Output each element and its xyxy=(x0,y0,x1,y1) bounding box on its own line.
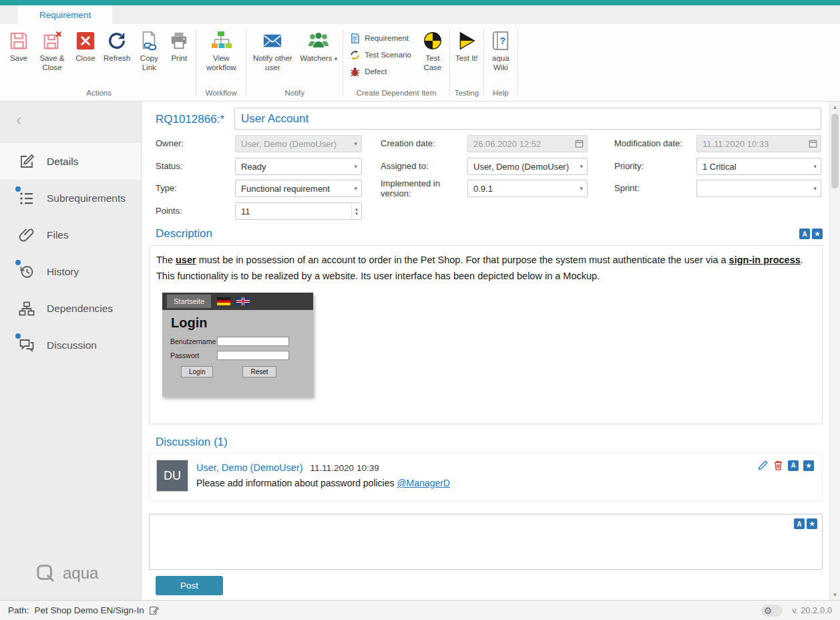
refresh-button[interactable]: Refresh xyxy=(100,25,134,65)
scroll-up-icon[interactable]: ▲ xyxy=(830,102,840,112)
delete-comment-icon[interactable] xyxy=(773,460,783,471)
ribbon-group-workflow: View workflow Workflow xyxy=(198,25,244,101)
test-scenario-icon xyxy=(349,49,360,60)
hierarchy-icon xyxy=(18,300,35,317)
uk-flag-icon xyxy=(236,297,250,305)
implemented-in-version-label: Implemented in version: xyxy=(381,179,461,199)
edit-icon xyxy=(18,153,35,170)
save-button[interactable]: Save xyxy=(4,25,33,65)
print-icon xyxy=(168,30,190,51)
comment-format-icons: A ★ xyxy=(794,518,817,529)
svg-text:?: ? xyxy=(499,35,505,46)
status-label: Status: xyxy=(156,162,182,172)
points-stepper[interactable]: 11 ▴▾ xyxy=(235,202,362,220)
scrollbar-thumb[interactable] xyxy=(831,114,839,188)
create-requirement-button[interactable]: Requirement xyxy=(349,32,411,44)
path-value: Pet Shop Demo EN/Sign-In xyxy=(35,605,144,615)
view-workflow-button[interactable]: View workflow xyxy=(198,25,244,73)
font-style-icon[interactable]: A xyxy=(788,460,799,471)
points-label: Points: xyxy=(156,206,182,216)
description-body[interactable]: The user must be in possession of an acc… xyxy=(149,245,823,424)
login-mockup-image: Startseite Login Benutzername Passwort xyxy=(162,293,313,397)
star-icon[interactable]: ★ xyxy=(807,518,817,529)
type-select[interactable]: Functional requirement ▾ xyxy=(235,180,362,197)
comment-author-row: User, Demo (DemoUser) 11.11.2020 10:39 xyxy=(196,462,379,473)
test-it-button[interactable]: Test It! xyxy=(452,25,481,65)
sidebar-item-details[interactable]: Details xyxy=(0,143,141,180)
group-label-testing: Testing xyxy=(452,86,481,101)
test-it-icon xyxy=(456,30,477,51)
owner-select[interactable]: User, Demo (DemoUser) ▾ xyxy=(235,135,362,152)
aqua-logo-icon xyxy=(36,564,56,583)
save-close-button[interactable]: Save & Close xyxy=(33,25,71,73)
collapse-sidebar-icon[interactable]: ‹ xyxy=(16,111,22,128)
ribbon-separator xyxy=(517,29,518,96)
group-label-create-dependent-item: Create Dependent Item xyxy=(345,86,447,101)
sidebar-item-subrequirements[interactable]: Subrequirements xyxy=(0,180,141,216)
chevron-down-icon: ▾ xyxy=(580,163,583,170)
post-button[interactable]: Post xyxy=(156,576,223,595)
chevron-down-icon: ▾ xyxy=(354,185,357,192)
group-label-help: Help xyxy=(486,86,515,101)
creation-date-field[interactable]: 26.06.2020 12:52 xyxy=(467,135,588,152)
close-button[interactable]: Close xyxy=(71,25,100,65)
sidebar-item-history[interactable]: History xyxy=(0,253,141,290)
sidebar-nav: Details Subrequirements Files xyxy=(0,143,141,363)
comment-author-link[interactable]: User, Demo (DemoUser) xyxy=(196,462,303,473)
notification-dot xyxy=(15,186,21,192)
path-label: Path: xyxy=(8,605,29,615)
comment-timestamp: 11.11.2020 10:39 xyxy=(310,463,379,473)
aqua-wiki-button[interactable]: ? aqua Wiki xyxy=(486,25,515,73)
paperclip-icon xyxy=(18,226,35,244)
star-icon[interactable]: ★ xyxy=(803,460,814,471)
star-icon[interactable]: ★ xyxy=(812,228,823,239)
mention-link[interactable]: @ManagerD xyxy=(397,478,450,488)
create-defect-button[interactable]: Defect xyxy=(349,65,411,78)
chevron-down-icon: ▾ xyxy=(813,163,817,170)
watchers-icon xyxy=(308,30,329,51)
chevron-down-icon: ▾ xyxy=(580,185,583,192)
sprint-select[interactable]: ▾ xyxy=(696,180,821,197)
font-style-icon[interactable]: A xyxy=(794,518,805,529)
spinner-icons[interactable]: ▴▾ xyxy=(351,203,361,219)
priority-select[interactable]: 1 Critical ▾ xyxy=(696,158,821,175)
edit-comment-icon[interactable] xyxy=(757,460,769,471)
requirement-icon xyxy=(349,33,360,43)
ribbon-group-help: ? aqua Wiki Help xyxy=(486,25,515,101)
view-workflow-icon xyxy=(210,30,232,51)
notification-dot xyxy=(15,333,21,339)
title-input[interactable] xyxy=(234,108,821,130)
settings-toggle[interactable]: ⚙ xyxy=(761,605,783,617)
ribbon-separator xyxy=(246,29,246,96)
assigned-to-label: Assigned to: xyxy=(381,162,429,172)
scroll-down-icon[interactable]: ▼ xyxy=(830,589,840,600)
new-comment-box: A ★ xyxy=(149,514,823,570)
ribbon-group-testing: Test It! Testing xyxy=(452,25,481,101)
requirement-id-label: RQ1012866:* xyxy=(156,113,224,126)
status-select[interactable]: Ready ▾ xyxy=(235,158,362,175)
status-bar: Path: Pet Shop Demo EN/Sign-In ⚙ v. 20.2… xyxy=(0,600,840,620)
watchers-button[interactable]: Watchers ▾ xyxy=(296,25,341,65)
gear-icon: ⚙ xyxy=(764,606,773,615)
sidebar-item-files[interactable]: Files xyxy=(0,216,141,253)
modification-date-field[interactable]: 11.11.2020 10:33 xyxy=(696,135,821,152)
tab-requirement[interactable]: Requirement xyxy=(18,5,112,24)
create-test-case-button[interactable]: Test Case xyxy=(418,25,447,73)
notify-other-user-button[interactable]: Notify other user xyxy=(248,25,296,73)
font-style-icon[interactable]: A xyxy=(799,228,810,239)
edit-path-icon[interactable] xyxy=(149,605,159,615)
create-test-scenario-button[interactable]: Test Scenario xyxy=(349,49,411,61)
window-title-bar xyxy=(0,0,840,5)
assigned-to-select[interactable]: User, Demo (DemoUser) ▾ xyxy=(467,158,588,175)
implemented-in-version-select[interactable]: 0.9.1 ▾ xyxy=(467,180,588,197)
comment-input[interactable] xyxy=(150,514,822,569)
copy-link-button[interactable]: Copy Link xyxy=(134,25,164,73)
sidebar-item-discussion[interactable]: Discussion xyxy=(0,327,141,363)
vertical-scrollbar[interactable]: ▲ ▼ xyxy=(829,102,840,600)
comment-actions: A ★ xyxy=(757,460,814,471)
sidebar-item-dependencies[interactable]: Dependencies xyxy=(0,290,141,327)
mockup-login-button: Login xyxy=(181,366,213,377)
print-button[interactable]: Print xyxy=(164,25,194,65)
history-icon xyxy=(18,263,35,281)
discussion-header: Discussion (1) xyxy=(156,436,228,449)
